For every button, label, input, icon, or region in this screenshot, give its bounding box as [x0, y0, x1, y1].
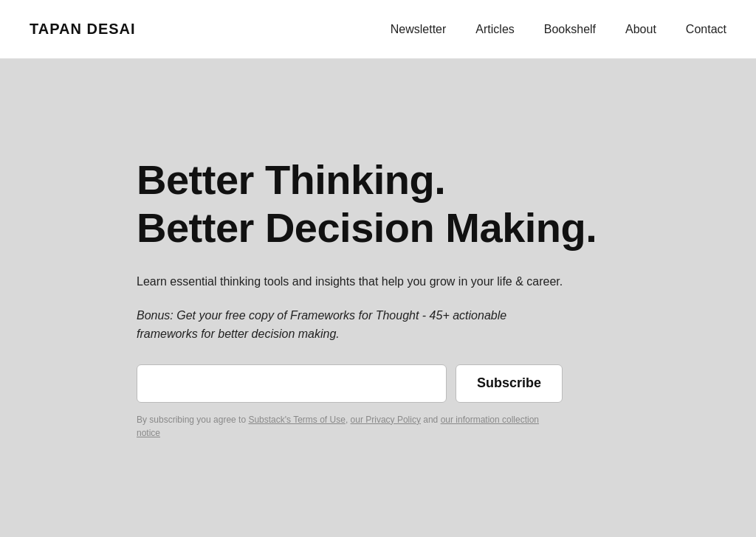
nav-bookshelf[interactable]: Bookshelf	[544, 23, 596, 36]
nav-articles[interactable]: Articles	[475, 23, 514, 36]
site-title: TAPAN DESAI	[30, 21, 136, 38]
hero-headline-line1: Better Thinking.	[137, 156, 445, 203]
hero-headline-line2: Better Decision Making.	[137, 204, 597, 251]
hero-section: Better Thinking. Better Decision Making.…	[137, 156, 597, 440]
hero-bonus: Bonus: Get your free copy of Frameworks …	[137, 306, 565, 344]
subscribe-form: Subscribe	[137, 364, 597, 403]
email-input[interactable]	[137, 364, 447, 403]
nav-about[interactable]: About	[625, 23, 656, 36]
nav-newsletter[interactable]: Newsletter	[391, 23, 447, 36]
hero-description: Learn essential thinking tools and insig…	[137, 272, 580, 291]
main-nav: Newsletter Articles Bookshelf About Cont…	[391, 23, 726, 36]
legal-and: and	[421, 415, 441, 425]
legal-prefix: By subscribing you agree to	[137, 415, 248, 425]
site-header: TAPAN DESAI Newsletter Articles Bookshel…	[0, 0, 756, 59]
legal-link-terms[interactable]: Substack's Terms of Use	[248, 415, 345, 425]
hero-headline: Better Thinking. Better Decision Making.	[137, 156, 597, 252]
subscribe-button[interactable]: Subscribe	[456, 364, 563, 403]
legal-mid: ,	[346, 415, 351, 425]
nav-contact[interactable]: Contact	[686, 23, 726, 36]
legal-link-privacy[interactable]: our Privacy Policy	[351, 415, 421, 425]
legal-text: By subscribing you agree to Substack's T…	[137, 413, 550, 440]
main-content: Better Thinking. Better Decision Making.…	[0, 59, 756, 537]
